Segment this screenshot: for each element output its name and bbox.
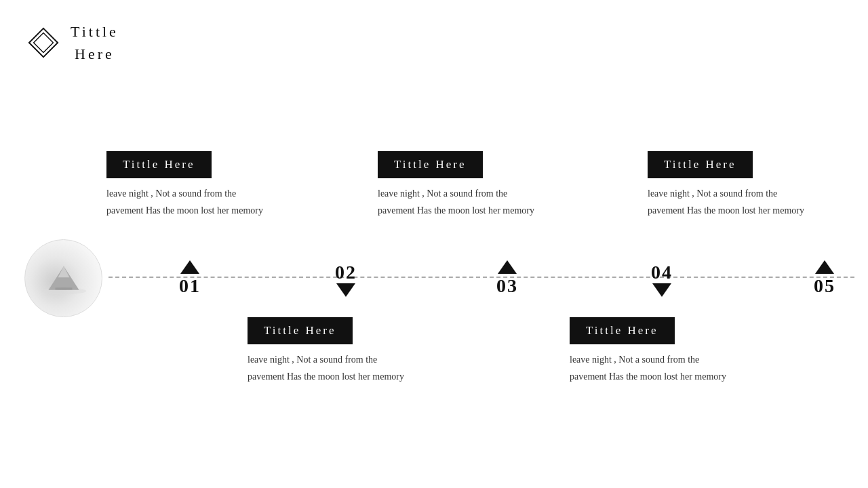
number-01: 01 <box>179 275 201 297</box>
item-03-text: leave night , Not a sound from the pavem… <box>378 185 534 219</box>
header: Tittle Here <box>27 20 119 65</box>
item-03-content: Tittle Here leave night , Not a sound fr… <box>378 151 588 219</box>
mountain-icon <box>37 262 91 296</box>
svg-marker-4 <box>58 266 69 277</box>
item-02-marker: 02 <box>335 260 357 297</box>
item-02-title-bar: Tittle Here <box>248 317 353 344</box>
number-03: 03 <box>496 275 518 297</box>
number-05: 05 <box>814 275 835 297</box>
item-04-title-bar: Tittle Here <box>570 317 675 344</box>
item-04-content: Tittle Here leave night , Not a sound fr… <box>570 317 776 385</box>
item-02-content: Tittle Here leave night , Not a sound fr… <box>248 317 454 385</box>
item-01-content: Tittle Here leave night , Not a sound fr… <box>106 151 310 219</box>
arrow-up-05 <box>815 260 834 274</box>
item-01-title-bar: Tittle Here <box>106 151 212 178</box>
number-02: 02 <box>335 262 357 283</box>
circle-image <box>24 239 102 317</box>
arrow-up-01 <box>180 260 199 274</box>
item-03-marker: 03 <box>496 260 518 297</box>
item-05-title-bar: Tittle Here <box>648 151 753 178</box>
item-03-title-bar: Tittle Here <box>378 151 483 178</box>
item-01-marker: 01 <box>179 260 201 297</box>
item-05-text: leave night , Not a sound from the pavem… <box>648 185 804 219</box>
item-01-text: leave night , Not a sound from the pavem… <box>106 185 263 219</box>
item-02-text: leave night , Not a sound from the pavem… <box>248 351 404 385</box>
item-05-marker: 05 <box>814 260 835 297</box>
arrow-up-03 <box>498 260 517 274</box>
arrow-down-04 <box>652 283 671 297</box>
item-04-text: leave night , Not a sound from the pavem… <box>570 351 726 385</box>
svg-point-6 <box>55 287 72 289</box>
timeline-line <box>108 277 854 278</box>
item-04-marker: 04 <box>651 260 673 297</box>
number-04: 04 <box>651 262 673 283</box>
arrow-down-02 <box>336 283 355 297</box>
header-title: Tittle Here <box>71 20 119 65</box>
item-05-content: Tittle Here leave night , Not a sound fr… <box>648 151 858 219</box>
logo-icon <box>27 26 60 59</box>
